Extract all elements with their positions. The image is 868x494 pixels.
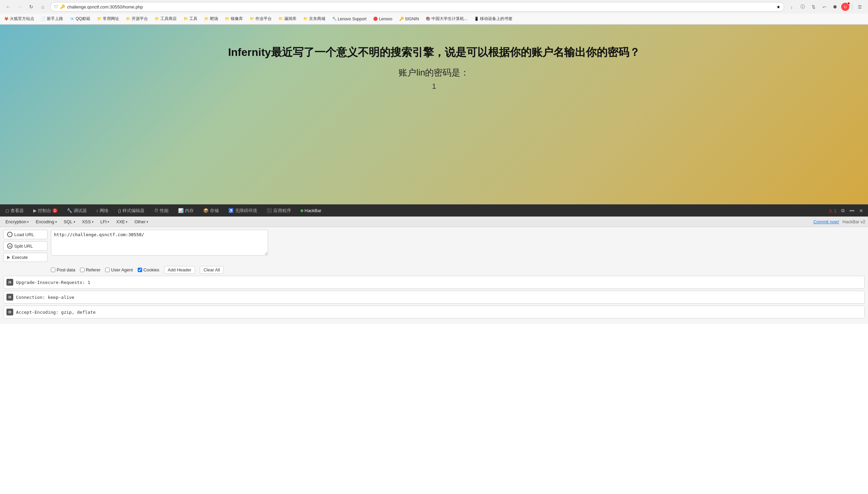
devtools-tab-label: 网络 — [100, 208, 109, 214]
bookmark-label: 中国大学生计算机... — [432, 16, 467, 22]
bookmark-lenovo[interactable]: 🔴 Lenovo — [372, 16, 394, 22]
devtools-tab-performance[interactable]: ⏱ 性能 — [152, 206, 170, 215]
accessibility-icon: ♿ — [228, 208, 234, 213]
encoding-label: Encoding — [36, 219, 54, 224]
extensions-button[interactable]: ⚈ — [830, 2, 840, 12]
devtools-tab-label: 内存 — [185, 208, 194, 214]
hackbar-menu-lfi[interactable]: LFI ▾ — [98, 218, 112, 225]
devtools-close-btn[interactable]: ✕ — [858, 207, 865, 215]
bookmark-signin[interactable]: 🔑 SIGNIN — [398, 16, 420, 22]
bookmark-label: Lenovo — [379, 17, 392, 21]
devtools-tab-network[interactable]: ↕ 网络 — [94, 206, 111, 215]
folder-icon: 📁 — [225, 17, 230, 21]
bookmark-opensource[interactable]: 📁 开源平台 — [125, 15, 149, 22]
hackbar-headers: H Upgrade-Insecure-Requests: 1 H Connect… — [0, 276, 868, 324]
devtools-tab-label: 控制台 — [38, 208, 51, 214]
history-button[interactable]: ⤺ — [819, 2, 829, 12]
bookmark-label: 新手上路 — [47, 16, 63, 22]
referer-checkbox-label[interactable]: Referer — [80, 267, 101, 272]
devtools-tab-memory[interactable]: 📊 内存 — [176, 206, 196, 215]
hackbar-menu-encoding[interactable]: Encoding ▾ — [33, 218, 59, 225]
bookmark-lenovo-support[interactable]: 🔧 Lenovo Support — [331, 16, 368, 22]
download-button[interactable]: ↓ — [787, 2, 796, 12]
address-bar[interactable]: 🛡 🔑 challenge.qsnctf.com:30550/home.php … — [50, 2, 784, 12]
cookies-checkbox-label[interactable]: Cookies — [138, 267, 159, 272]
hackbar-menu-xxe[interactable]: XXE ▾ — [113, 218, 130, 225]
user-agent-checkbox[interactable] — [105, 268, 110, 272]
bookmark-target[interactable]: 📁 靶场 — [203, 15, 219, 22]
devtools-tab-accessibility[interactable]: ♿ 无障碍环境 — [226, 206, 259, 215]
user-avatar[interactable]: U — [841, 3, 849, 11]
bookmark-firefox[interactable]: 🦊 火狐官方站点 — [3, 15, 36, 22]
sync-button[interactable]: ⇅ — [809, 2, 818, 12]
encryption-arrow: ▾ — [27, 220, 29, 224]
header-row: H Connection: keep-alive — [3, 291, 865, 304]
split-url-button[interactable]: ⇔ Split URL — [3, 241, 48, 251]
bookmark-qq[interactable]: 📧 QQ邮箱 — [69, 15, 92, 22]
devtools-tab-inspector[interactable]: ◻ 查看器 — [3, 206, 26, 215]
bookmark-tool2[interactable]: 📁 工具 — [182, 15, 199, 22]
bookmark-homework[interactable]: 📁 作业平台 — [248, 15, 273, 22]
split-url-label: Split URL — [14, 244, 33, 249]
bookmark-common[interactable]: 📁 常用网址 — [96, 15, 121, 22]
storage-icon: 📦 — [203, 208, 209, 213]
menu-button[interactable]: ☰ — [855, 2, 865, 12]
post-data-checkbox-label[interactable]: Post data — [51, 267, 75, 272]
referer-checkbox[interactable] — [80, 268, 85, 272]
other-label: Other — [134, 219, 145, 224]
sql-label: SQL — [64, 219, 73, 224]
hackbar-menu-encryption[interactable]: Encryption ▾ — [3, 218, 32, 225]
bookmark-tools[interactable]: 📁 工具商店 — [153, 15, 178, 22]
post-data-checkbox[interactable] — [51, 268, 55, 272]
devtools-tab-debugger[interactable]: 🔧 调试器 — [65, 206, 89, 215]
hackbar-menu-other[interactable]: Other ▾ — [132, 218, 151, 225]
devtools-more-btn[interactable]: ••• — [848, 207, 856, 215]
url-textarea[interactable] — [51, 230, 268, 255]
hackbar-dot-icon — [301, 209, 303, 212]
header-value: Accept-Encoding: gzip, deflate — [16, 310, 862, 315]
devtools-tab-storage[interactable]: 📦 存储 — [201, 206, 221, 215]
post-data-label: Post data — [57, 267, 75, 272]
performance-icon: ⏱ — [154, 208, 158, 213]
devtools-tab-hackbar[interactable]: HackBar — [299, 207, 324, 214]
reload-button[interactable]: ↻ — [26, 2, 36, 12]
encoding-arrow: ▾ — [55, 220, 57, 224]
devtools-tab-console[interactable]: ▶ 控制台 1 — [31, 206, 59, 215]
devtools-dock-btn[interactable]: ⧉ — [840, 206, 846, 215]
hackbar-menu-xss[interactable]: XSS ▾ — [79, 218, 96, 225]
load-url-label: Load URL — [14, 232, 34, 237]
csdn-icon: 📚 — [426, 17, 431, 21]
bookmark-label: 工具 — [189, 16, 197, 22]
header-badge: H — [6, 279, 13, 286]
load-url-button[interactable]: ↑ Load URL — [3, 230, 48, 239]
back-button[interactable]: ← — [3, 2, 13, 12]
signin-icon: 🔑 — [399, 17, 404, 21]
address-text[interactable]: challenge.qsnctf.com:30550/home.php — [67, 4, 774, 10]
app-icon: ⬛ — [267, 208, 272, 213]
bookmark-label: 开源平台 — [132, 16, 148, 22]
bookmark-vuln[interactable]: 📁 漏洞库 — [277, 15, 298, 22]
split-url-icon: ⇔ — [7, 243, 13, 249]
hackbar-menu-sql[interactable]: SQL ▾ — [61, 218, 78, 225]
devtools-tab-style[interactable]: {} 样式编辑器 — [116, 206, 146, 215]
execute-button[interactable]: Execute — [3, 253, 48, 262]
bookmark-mobile[interactable]: 📱 移动设备上的书签 — [473, 15, 514, 22]
encryption-label: Encryption — [5, 219, 26, 224]
bookmark-newbie[interactable]: 📄 新手上路 — [40, 15, 65, 22]
cookies-checkbox[interactable] — [138, 268, 142, 272]
devtools-tab-label: 样式编辑器 — [123, 208, 145, 214]
user-agent-label: User Agent — [111, 267, 133, 272]
star-icon[interactable]: ★ — [776, 4, 780, 10]
info-button[interactable]: ⓘ — [798, 2, 807, 12]
user-agent-checkbox-label[interactable]: User Agent — [105, 267, 133, 272]
clear-all-button[interactable]: Clear All — [200, 266, 223, 274]
add-header-button[interactable]: Add Header — [164, 266, 195, 274]
bookmark-mirror[interactable]: 📁 镜像库 — [223, 15, 244, 22]
hackbar-commit-btn[interactable]: Commit now! — [813, 219, 839, 224]
bookmark-csdn[interactable]: 📚 中国大学生计算机... — [424, 15, 469, 22]
bookmark-jd[interactable]: 📁 京东商城 — [302, 15, 327, 22]
devtools-tab-app[interactable]: ⬛ 应用程序 — [265, 206, 293, 215]
forward-button[interactable]: → — [15, 2, 24, 12]
style-icon: {} — [118, 208, 121, 213]
home-button[interactable]: ⌂ — [38, 2, 48, 12]
